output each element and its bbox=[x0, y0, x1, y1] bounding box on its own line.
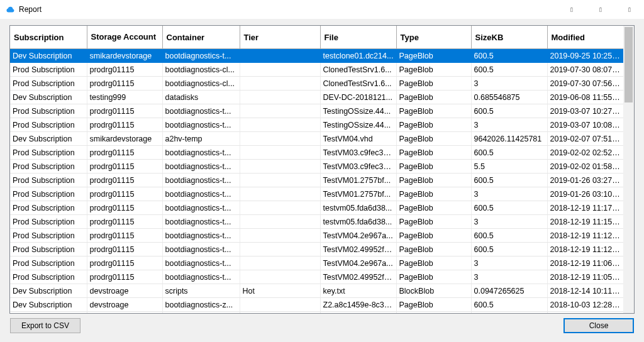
cell-modified: 2019-06-08 11:55:36 bbox=[547, 91, 623, 104]
table-row[interactable]: Prod Subscriptionprodrg01115bootdiagnost… bbox=[10, 63, 623, 77]
cell-container: scripts bbox=[162, 284, 240, 298]
cell-tier bbox=[240, 174, 320, 187]
cell-type: PageBlob bbox=[396, 270, 471, 284]
cell-modified: 2019-02-07 07:51:33 bbox=[547, 132, 623, 146]
cell-storage_account: prodrg01115 bbox=[87, 215, 162, 229]
table-row[interactable]: Prod Subscriptionprodrg01115bootdiagnost… bbox=[10, 229, 623, 243]
cell-modified: 2019-07-30 07:56:26 bbox=[547, 77, 623, 91]
table-row[interactable]: Dev Subscriptionsmikardevstoragea2hv-tem… bbox=[10, 132, 623, 146]
cell-tier bbox=[240, 77, 320, 91]
table-row[interactable]: Prod Subscriptionprodrg01115bootdiagnost… bbox=[10, 243, 623, 256]
col-subscription[interactable]: Subscription bbox=[10, 26, 87, 49]
cell-subscription: Prod Subscription bbox=[10, 187, 87, 201]
col-type[interactable]: Type bbox=[396, 26, 471, 49]
window-title: Report bbox=[19, 5, 42, 14]
maximize-button[interactable]:  bbox=[586, 0, 615, 19]
col-tier[interactable]: Tier bbox=[240, 26, 320, 49]
col-file[interactable]: File bbox=[320, 26, 396, 49]
cell-tier bbox=[240, 160, 320, 174]
cell-storage_account: smikardevstorage bbox=[87, 132, 162, 146]
cell-sizekb: 600.5 bbox=[471, 63, 547, 77]
table-row[interactable]: Prod Subscriptionprodrg01115bootdiagnost… bbox=[10, 215, 623, 229]
table-row[interactable]: Prod Subscriptionprodrg01115bootdiagnost… bbox=[10, 77, 623, 91]
table-row[interactable]: Prod Subscriptionprodrg01115bootdiagnost… bbox=[10, 160, 623, 174]
cell-type: PageBlob bbox=[396, 243, 471, 256]
table-row[interactable]: Prod Subscriptionprodrg01115bootdiagnost… bbox=[10, 201, 623, 215]
cell-file: testvm05.fda6d38... bbox=[320, 215, 396, 229]
table-row[interactable]: Prod Subscriptionprodrg01115bootdiagnost… bbox=[10, 146, 623, 160]
cell-tier bbox=[240, 187, 320, 201]
table-row[interactable]: Prod Subscriptionprodrg01115bootdiagnost… bbox=[10, 256, 623, 270]
table-row[interactable]: Prod Subscriptionprodrg01115bootdiagnost… bbox=[10, 104, 623, 118]
cell-tier bbox=[240, 256, 320, 270]
cell-tier bbox=[240, 118, 320, 132]
minimize-button[interactable]:  bbox=[557, 0, 586, 19]
table-row[interactable]: Dev Subscriptiondevstroagebootdiagnostic… bbox=[10, 298, 623, 312]
cell-type: PageBlob bbox=[396, 201, 471, 215]
cell-tier bbox=[240, 146, 320, 160]
cell-container: bootdiagnostics-z... bbox=[162, 312, 240, 314]
cell-type: PageBlob bbox=[396, 118, 471, 132]
cell-subscription: Prod Subscription bbox=[10, 77, 87, 91]
cell-file: TestingOSsize.44... bbox=[320, 118, 396, 132]
cell-sizekb: 600.5 bbox=[471, 49, 547, 63]
cell-type: PageBlob bbox=[396, 63, 471, 77]
cell-storage_account: prodrg01115 bbox=[87, 201, 162, 215]
table-row[interactable]: Dev Subscriptiontesting999datadisksDEV-D… bbox=[10, 91, 623, 104]
cell-subscription: Prod Subscription bbox=[10, 63, 87, 77]
cell-storage_account: prodrg01115 bbox=[87, 118, 162, 132]
cell-modified: 2019-07-30 08:07:26 bbox=[547, 63, 623, 77]
cell-type: PageBlob bbox=[396, 229, 471, 243]
cell-storage_account: devstroage bbox=[87, 298, 162, 312]
table-row[interactable]: Dev Subscriptionsmikardevstoragebootdiag… bbox=[10, 49, 623, 63]
cell-container: bootdiagnostics-t... bbox=[162, 243, 240, 256]
cell-subscription: Prod Subscription bbox=[10, 174, 87, 187]
vertical-scrollbar[interactable] bbox=[623, 26, 634, 313]
close-window-button[interactable]:  bbox=[615, 0, 644, 19]
col-sizekb[interactable]: SizeKB bbox=[471, 26, 547, 49]
cell-modified: 2018-12-19 11:12:58 bbox=[547, 229, 623, 243]
table-row[interactable]: Prod Subscriptionprodrg01115bootdiagnost… bbox=[10, 270, 623, 284]
cell-sizekb: 600.5 bbox=[471, 298, 547, 312]
cell-file: testvm05.fda6d38... bbox=[320, 201, 396, 215]
cell-sizekb: 600.5 bbox=[471, 243, 547, 256]
cell-file: TestVM04.2e967a... bbox=[320, 229, 396, 243]
close-button[interactable]: Close bbox=[564, 318, 634, 333]
cell-modified: 2019-02-02 02:52:43 bbox=[547, 146, 623, 160]
cell-file: ClonedTestSrv1.6... bbox=[320, 63, 396, 77]
cell-storage_account: prodrg01115 bbox=[87, 187, 162, 201]
cell-type: PageBlob bbox=[396, 160, 471, 174]
cell-subscription: Prod Subscription bbox=[10, 201, 87, 215]
table-row[interactable]: Dev Subscriptiondevstroagebootdiagnostic… bbox=[10, 312, 623, 314]
cell-file: TestVM04.2e967a... bbox=[320, 256, 396, 270]
col-modified[interactable]: Modified bbox=[547, 26, 623, 49]
cell-sizekb: 600.5 bbox=[471, 312, 547, 314]
cell-container: datadisks bbox=[162, 91, 240, 104]
cell-type: PageBlob bbox=[396, 77, 471, 91]
cell-type: PageBlob bbox=[396, 174, 471, 187]
report-grid[interactable]: Subscription Storage Account Container T… bbox=[9, 25, 635, 314]
cell-type: PageBlob bbox=[396, 187, 471, 201]
cell-file: Z2.a8c1459e-8c35... bbox=[320, 298, 396, 312]
col-storage-account[interactable]: Storage Account bbox=[87, 26, 162, 49]
table-row[interactable]: Prod Subscriptionprodrg01115bootdiagnost… bbox=[10, 118, 623, 132]
cell-modified: 2018-12-19 11:15:09 bbox=[547, 215, 623, 229]
table-row[interactable]: Dev SubscriptiondevstroagescriptsHotkey.… bbox=[10, 284, 623, 298]
cell-sizekb: 9642026.11425781 bbox=[471, 132, 547, 146]
scroll-thumb[interactable] bbox=[625, 27, 633, 102]
cell-container: bootdiagnostics-t... bbox=[162, 215, 240, 229]
table-row[interactable]: Prod Subscriptionprodrg01115bootdiagnost… bbox=[10, 187, 623, 201]
col-container[interactable]: Container bbox=[162, 26, 240, 49]
cell-storage_account: prodrg01115 bbox=[87, 270, 162, 284]
table-row[interactable]: Prod Subscriptionprodrg01115bootdiagnost… bbox=[10, 174, 623, 187]
cell-tier bbox=[240, 229, 320, 243]
cell-tier bbox=[240, 49, 320, 63]
cell-sizekb: 600.5 bbox=[471, 174, 547, 187]
export-csv-button[interactable]: Export to CSV bbox=[10, 318, 80, 333]
cell-tier bbox=[240, 215, 320, 229]
cell-container: a2hv-temp bbox=[162, 132, 240, 146]
cell-modified: 2019-09-25 10:25:27 bbox=[547, 49, 623, 63]
cell-modified: 2018-12-14 10:11:09 bbox=[547, 284, 623, 298]
cell-file: TestVM01.2757bf... bbox=[320, 187, 396, 201]
cell-file: key.txt bbox=[320, 284, 396, 298]
